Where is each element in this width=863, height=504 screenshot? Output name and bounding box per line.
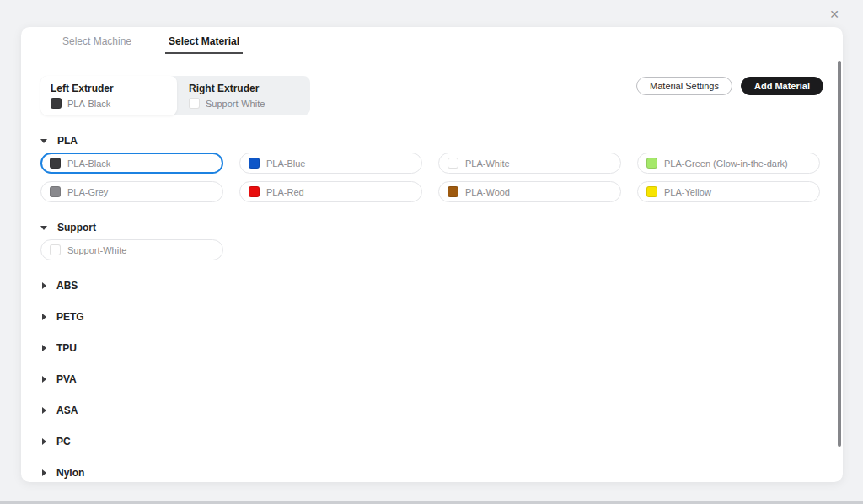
chevron-right-icon bbox=[42, 345, 46, 351]
material-label: PLA-Red bbox=[266, 187, 304, 197]
section-toggle-support[interactable]: Support bbox=[40, 222, 823, 233]
material-section-tpu: TPU bbox=[40, 342, 823, 354]
select-material-dialog: Select Machine Select Material Left Extr… bbox=[21, 27, 843, 482]
material-label: PLA-Green (Glow-in-the-dark) bbox=[664, 158, 788, 169]
section-label: Support bbox=[57, 222, 96, 233]
material-label: PLA-Grey bbox=[67, 187, 108, 197]
material-section-pva: PVA bbox=[40, 373, 823, 385]
tab-select-material[interactable]: Select Material bbox=[165, 27, 243, 56]
material-label: PLA-Blue bbox=[266, 158, 305, 169]
material-chip[interactable]: PLA-Green (Glow-in-the-dark) bbox=[637, 153, 820, 174]
chevron-right-icon bbox=[42, 407, 46, 414]
section-toggle-tpu[interactable]: TPU bbox=[40, 342, 823, 354]
material-section-support: SupportSupport-White bbox=[40, 222, 823, 260]
scrollbar-thumb[interactable] bbox=[838, 61, 841, 447]
close-icon[interactable]: ✕ bbox=[829, 7, 839, 22]
chevron-right-icon bbox=[42, 282, 46, 289]
section-label: PLA bbox=[57, 135, 78, 147]
color-swatch bbox=[448, 158, 458, 169]
right-extruder-swatch bbox=[189, 98, 200, 109]
actions: Material Settings Add Material bbox=[636, 77, 823, 95]
section-toggle-pc[interactable]: PC bbox=[40, 436, 823, 448]
tab-select-machine[interactable]: Select Machine bbox=[59, 27, 135, 56]
right-extruder-title: Right Extruder bbox=[189, 83, 310, 94]
chevron-right-icon bbox=[42, 469, 46, 476]
material-label: PLA-White bbox=[465, 158, 510, 169]
material-label: Support-White bbox=[67, 245, 126, 255]
left-extruder-swatch bbox=[51, 98, 62, 109]
color-swatch bbox=[646, 158, 657, 169]
section-toggle-asa[interactable]: ASA bbox=[40, 405, 823, 416]
material-sections: PLAPLA-BlackPLA-BluePLA-WhitePLA-Green (… bbox=[40, 135, 823, 479]
dialog-body: Left Extruder PLA-Black Right Extruder S… bbox=[21, 56, 843, 479]
chevron-right-icon bbox=[42, 314, 46, 320]
right-extruder-material: Support-White bbox=[189, 98, 310, 109]
section-toggle-pla[interactable]: PLA bbox=[40, 135, 823, 147]
scrollbar[interactable] bbox=[837, 61, 842, 477]
material-chip[interactable]: PLA-Blue bbox=[239, 153, 422, 174]
material-section-nylon: Nylon bbox=[40, 467, 823, 479]
material-chip[interactable]: PLA-Red bbox=[239, 181, 422, 202]
right-extruder-material-label: Support-White bbox=[206, 99, 265, 109]
material-chip[interactable]: PLA-Yellow bbox=[637, 181, 820, 202]
chevron-right-icon bbox=[42, 376, 46, 383]
section-toggle-petg[interactable]: PETG bbox=[40, 311, 823, 323]
section-label: Nylon bbox=[56, 467, 84, 479]
extruder-panel: Left Extruder PLA-Black Right Extruder S… bbox=[40, 76, 310, 115]
section-label: ABS bbox=[56, 280, 78, 292]
chevron-down-icon bbox=[40, 226, 47, 230]
color-swatch bbox=[50, 244, 61, 255]
material-section-pla: PLAPLA-BlackPLA-BluePLA-WhitePLA-Green (… bbox=[40, 135, 823, 202]
material-chip[interactable]: PLA-White bbox=[438, 153, 621, 174]
material-chip[interactable]: PLA-Black bbox=[40, 153, 223, 174]
material-settings-button[interactable]: Material Settings bbox=[636, 77, 732, 95]
section-toggle-nylon[interactable]: Nylon bbox=[40, 467, 823, 479]
section-label: TPU bbox=[56, 342, 77, 354]
section-label: ASA bbox=[56, 405, 78, 416]
material-chip[interactable]: PLA-Grey bbox=[40, 181, 223, 202]
color-swatch bbox=[50, 186, 61, 197]
add-material-button[interactable]: Add Material bbox=[741, 77, 823, 95]
left-extruder-title: Left Extruder bbox=[51, 83, 177, 94]
chevron-right-icon bbox=[42, 438, 46, 445]
material-label: PLA-Black bbox=[67, 158, 110, 169]
material-section-pc: PC bbox=[40, 436, 823, 448]
color-swatch bbox=[646, 186, 657, 197]
material-grid: PLA-BlackPLA-BluePLA-WhitePLA-Green (Glo… bbox=[40, 153, 823, 202]
material-chip[interactable]: Support-White bbox=[40, 239, 223, 260]
material-section-petg: PETG bbox=[40, 311, 823, 323]
section-toggle-pva[interactable]: PVA bbox=[40, 373, 823, 385]
section-label: PC bbox=[56, 436, 71, 448]
material-chip[interactable]: PLA-Wood bbox=[438, 181, 621, 202]
tabbar: Select Machine Select Material bbox=[21, 27, 843, 56]
header-row: Left Extruder PLA-Black Right Extruder S… bbox=[40, 76, 823, 115]
section-toggle-abs[interactable]: ABS bbox=[40, 280, 823, 292]
section-label: PETG bbox=[56, 311, 84, 323]
material-label: PLA-Wood bbox=[465, 187, 510, 197]
material-grid: Support-White bbox=[40, 239, 823, 260]
material-section-abs: ABS bbox=[40, 280, 823, 292]
material-section-asa: ASA bbox=[40, 405, 823, 416]
color-swatch bbox=[50, 158, 61, 169]
color-swatch bbox=[249, 158, 260, 169]
left-extruder-material: PLA-Black bbox=[51, 98, 177, 109]
right-extruder-card[interactable]: Right Extruder Support-White bbox=[177, 76, 310, 115]
left-extruder-card[interactable]: Left Extruder PLA-Black bbox=[40, 76, 177, 115]
color-swatch bbox=[249, 186, 260, 197]
left-extruder-material-label: PLA-Black bbox=[67, 99, 110, 109]
chevron-down-icon bbox=[40, 139, 47, 143]
section-label: PVA bbox=[56, 373, 77, 385]
material-label: PLA-Yellow bbox=[664, 187, 711, 197]
color-swatch bbox=[448, 186, 458, 197]
